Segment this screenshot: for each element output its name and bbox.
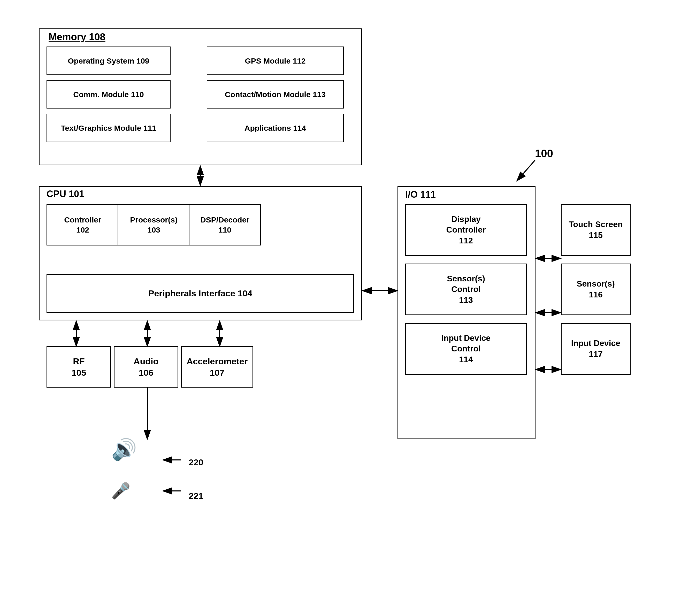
- textgfx-box: Text/Graphics Module 111: [46, 114, 171, 142]
- sensors-box: Sensor(s)116: [561, 264, 631, 315]
- display-ctrl-box: DisplayController112: [405, 204, 527, 256]
- peripherals-box: Peripherals Interface 104: [46, 274, 354, 313]
- microphone-icon: 🎤: [111, 483, 131, 499]
- ref-100-label: 100: [535, 147, 553, 160]
- input-device-box: Input Device117: [561, 323, 631, 375]
- apps-box: Applications 114: [207, 114, 344, 142]
- svg-line-20: [517, 160, 535, 181]
- label-221: 221: [189, 491, 203, 501]
- controller-box: Controller102: [46, 204, 119, 246]
- sensors-ctrl-box: Sensor(s)Control113: [405, 264, 527, 315]
- dsp-box: DSP/Decoder110: [189, 204, 261, 246]
- comm-box: Comm. Module 110: [46, 80, 171, 108]
- audio-box: Audio106: [114, 346, 178, 387]
- os-box: Operating System 109: [46, 46, 171, 75]
- contact-box: Contact/Motion Module 113: [207, 80, 344, 108]
- processors-box: Processor(s)103: [118, 204, 190, 246]
- label-220: 220: [189, 457, 203, 468]
- io-label: I/O 111: [405, 189, 436, 200]
- cpu-label: CPU 101: [46, 189, 84, 200]
- gps-box: GPS Module 112: [207, 46, 344, 75]
- memory-label: Memory 108: [49, 31, 105, 43]
- speaker-icon: 🔊: [111, 439, 137, 460]
- touch-screen-box: Touch Screen115: [561, 204, 631, 256]
- accelerometer-box: Accelerometer107: [181, 346, 253, 387]
- input-ctrl-box: Input DeviceControl114: [405, 323, 527, 375]
- rf-box: RF105: [46, 346, 111, 387]
